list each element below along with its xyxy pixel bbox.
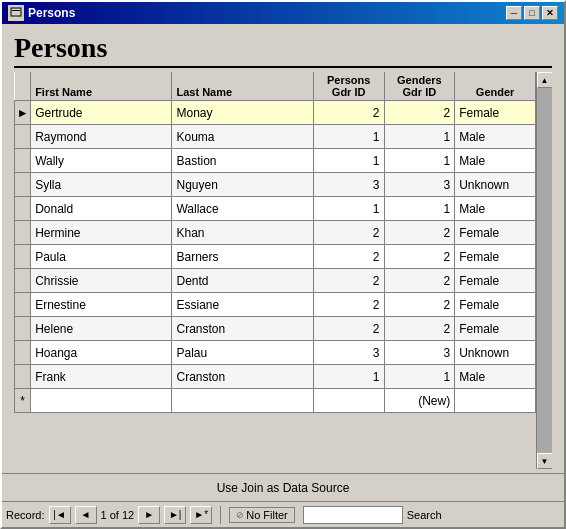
cell-persons-gdr-id[interactable]: 2 xyxy=(313,245,384,269)
minimize-button[interactable]: ─ xyxy=(506,6,522,20)
cell-last-name[interactable]: Essiane xyxy=(172,293,313,317)
cell-last-name[interactable]: Bastion xyxy=(172,149,313,173)
cell-genders-gdr-id[interactable]: 1 xyxy=(384,149,455,173)
no-filter-button[interactable]: ⊘ No Filter xyxy=(229,507,295,523)
new-row-last-name[interactable] xyxy=(172,389,313,413)
svg-rect-1 xyxy=(12,10,20,11)
cell-first-name[interactable]: Ernestine xyxy=(31,293,172,317)
cell-genders-gdr-id[interactable]: 1 xyxy=(384,125,455,149)
scroll-down-button[interactable]: ▼ xyxy=(537,453,553,469)
cell-genders-gdr-id[interactable]: 2 xyxy=(384,101,455,125)
table-row[interactable]: ErnestineEssiane22Female xyxy=(15,293,536,317)
maximize-button[interactable]: □ xyxy=(524,6,540,20)
cell-persons-gdr-id[interactable]: 1 xyxy=(313,365,384,389)
cell-last-name[interactable]: Cranston xyxy=(172,365,313,389)
no-filter-label: No Filter xyxy=(246,509,288,521)
next-record-button[interactable]: ► xyxy=(138,506,160,524)
cell-genders-gdr-id[interactable]: 2 xyxy=(384,221,455,245)
cell-gender[interactable]: Male xyxy=(455,197,536,221)
row-indicator xyxy=(15,221,31,245)
cell-persons-gdr-id[interactable]: 3 xyxy=(313,341,384,365)
cell-gender[interactable]: Unknown xyxy=(455,341,536,365)
row-indicator xyxy=(15,125,31,149)
cell-first-name[interactable]: Paula xyxy=(31,245,172,269)
table-row[interactable]: ►GertrudeMonay22Female xyxy=(15,101,536,125)
cell-gender[interactable]: Male xyxy=(455,125,536,149)
cell-genders-gdr-id[interactable]: 2 xyxy=(384,293,455,317)
table-row[interactable]: SyllaNguyen33Unknown xyxy=(15,173,536,197)
col-genders-gdr-id: Genders Gdr ID xyxy=(384,72,455,101)
cell-gender[interactable]: Female xyxy=(455,317,536,341)
cell-persons-gdr-id[interactable]: 3 xyxy=(313,173,384,197)
cell-genders-gdr-id[interactable]: 3 xyxy=(384,341,455,365)
cell-persons-gdr-id[interactable]: 2 xyxy=(313,293,384,317)
new-record-button[interactable]: ►* xyxy=(190,506,212,524)
cell-genders-gdr-id[interactable]: 1 xyxy=(384,197,455,221)
row-indicator xyxy=(15,173,31,197)
cell-last-name[interactable]: Dentd xyxy=(172,269,313,293)
new-row-first-name[interactable] xyxy=(31,389,172,413)
cell-gender[interactable]: Female xyxy=(455,245,536,269)
cell-genders-gdr-id[interactable]: 2 xyxy=(384,245,455,269)
table-row[interactable]: ChrissieDentd22Female xyxy=(15,269,536,293)
first-record-button[interactable]: |◄ xyxy=(49,506,71,524)
cell-genders-gdr-id[interactable]: 2 xyxy=(384,269,455,293)
table-row[interactable]: DonaldWallace11Male xyxy=(15,197,536,221)
cell-first-name[interactable]: Sylla xyxy=(31,173,172,197)
scroll-track[interactable] xyxy=(537,88,553,453)
nav-bar: Record: |◄ ◄ 1 of 12 ► ►| ►* ⊘ No Filter… xyxy=(2,501,564,527)
cell-persons-gdr-id[interactable]: 1 xyxy=(313,149,384,173)
cell-gender[interactable]: Unknown xyxy=(455,173,536,197)
table-row[interactable]: PaulaBarners22Female xyxy=(15,245,536,269)
cell-first-name[interactable]: Chrissie xyxy=(31,269,172,293)
scroll-up-button[interactable]: ▲ xyxy=(537,72,553,88)
cell-last-name[interactable]: Wallace xyxy=(172,197,313,221)
vertical-scrollbar[interactable]: ▲ ▼ xyxy=(536,72,552,469)
cell-gender[interactable]: Female xyxy=(455,221,536,245)
cell-gender[interactable]: Male xyxy=(455,365,536,389)
cell-persons-gdr-id[interactable]: 2 xyxy=(313,101,384,125)
new-row-gender[interactable] xyxy=(455,389,536,413)
row-indicator xyxy=(15,149,31,173)
cell-first-name[interactable]: Helene xyxy=(31,317,172,341)
prev-record-button[interactable]: ◄ xyxy=(75,506,97,524)
cell-gender[interactable]: Female xyxy=(455,101,536,125)
cell-first-name[interactable]: Wally xyxy=(31,149,172,173)
new-row-persons-gdr-id[interactable] xyxy=(313,389,384,413)
cell-last-name[interactable]: Monay xyxy=(172,101,313,125)
search-input[interactable] xyxy=(303,506,403,524)
cell-persons-gdr-id[interactable]: 2 xyxy=(313,269,384,293)
new-row-genders-gdr-id[interactable]: (New) xyxy=(384,389,455,413)
cell-genders-gdr-id[interactable]: 1 xyxy=(384,365,455,389)
cell-persons-gdr-id[interactable]: 2 xyxy=(313,317,384,341)
cell-last-name[interactable]: Palau xyxy=(172,341,313,365)
cell-gender[interactable]: Male xyxy=(455,149,536,173)
cell-gender[interactable]: Female xyxy=(455,293,536,317)
cell-genders-gdr-id[interactable]: 3 xyxy=(384,173,455,197)
cell-last-name[interactable]: Nguyen xyxy=(172,173,313,197)
cell-first-name[interactable]: Hermine xyxy=(31,221,172,245)
cell-last-name[interactable]: Cranston xyxy=(172,317,313,341)
table-body: ►GertrudeMonay22FemaleRaymondKouma11Male… xyxy=(15,101,536,413)
cell-last-name[interactable]: Barners xyxy=(172,245,313,269)
close-button[interactable]: ✕ xyxy=(542,6,558,20)
table-row[interactable]: HoangaPalau33Unknown xyxy=(15,341,536,365)
cell-persons-gdr-id[interactable]: 2 xyxy=(313,221,384,245)
table-row[interactable]: FrankCranston11Male xyxy=(15,365,536,389)
cell-first-name[interactable]: Hoanga xyxy=(31,341,172,365)
cell-first-name[interactable]: Donald xyxy=(31,197,172,221)
last-record-button[interactable]: ►| xyxy=(164,506,186,524)
cell-persons-gdr-id[interactable]: 1 xyxy=(313,197,384,221)
table-row[interactable]: HeleneCranston22Female xyxy=(15,317,536,341)
cell-last-name[interactable]: Khan xyxy=(172,221,313,245)
table-row[interactable]: HermineKhan22Female xyxy=(15,221,536,245)
cell-first-name[interactable]: Raymond xyxy=(31,125,172,149)
cell-persons-gdr-id[interactable]: 1 xyxy=(313,125,384,149)
cell-first-name[interactable]: Frank xyxy=(31,365,172,389)
cell-gender[interactable]: Female xyxy=(455,269,536,293)
table-row[interactable]: RaymondKouma11Male xyxy=(15,125,536,149)
cell-last-name[interactable]: Kouma xyxy=(172,125,313,149)
cell-first-name[interactable]: Gertrude xyxy=(31,101,172,125)
table-row[interactable]: WallyBastion11Male xyxy=(15,149,536,173)
cell-genders-gdr-id[interactable]: 2 xyxy=(384,317,455,341)
